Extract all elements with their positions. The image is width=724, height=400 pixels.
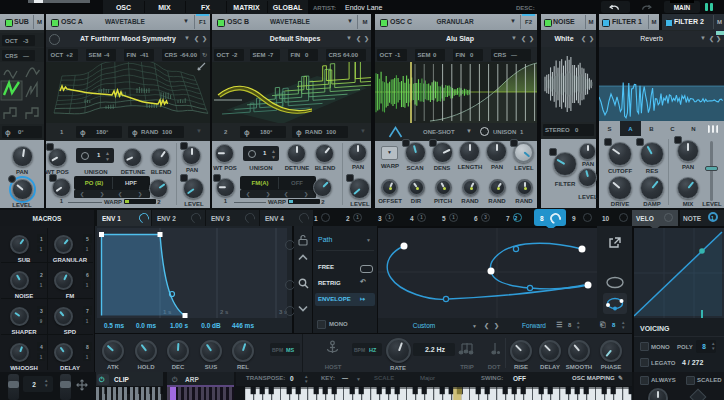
svg-text:2 s: 2 s: [220, 309, 229, 315]
